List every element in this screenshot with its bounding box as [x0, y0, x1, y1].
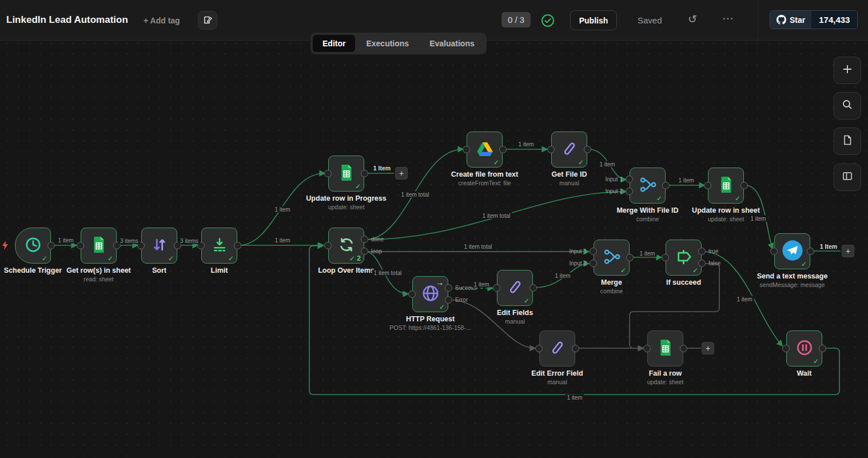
merge-icon [639, 176, 656, 196]
node-schedule-trigger[interactable]: ✓Schedule Trigger [15, 228, 51, 264]
node-merge[interactable]: ✓Input 1Input 2Mergecombine [594, 240, 630, 276]
port-out-wait[interactable] [819, 345, 826, 352]
port-in-loop-over-items[interactable] [324, 242, 332, 249]
node-box-send-text[interactable]: ✓ [774, 233, 810, 269]
workflow-title[interactable]: LinkedIn Lead Automation [6, 14, 128, 26]
add-tag-button[interactable]: + Add tag [144, 16, 180, 25]
node-http-request[interactable]: ✓→SuccessErrorHTTP RequestPOST: https://… [412, 276, 448, 312]
port-in-http-request[interactable] [408, 290, 416, 298]
node-box-edit-fields[interactable]: ✓ [497, 270, 533, 306]
port-in-create-file[interactable] [463, 146, 470, 153]
port-in-get-rows[interactable] [77, 242, 84, 249]
node-wait[interactable]: ✓Wait [786, 330, 822, 367]
port-out-loop-over-items-loop[interactable] [361, 248, 368, 255]
node-box-http-request[interactable]: ✓→SuccessError [412, 276, 448, 312]
history-button[interactable]: ↺ [688, 13, 697, 26]
port-out-fail-row[interactable] [680, 345, 687, 352]
port-out-get-file-id[interactable] [584, 146, 591, 153]
node-limit[interactable]: ✓Limit [201, 228, 237, 264]
canvas-toolbar-toggle-panel-button[interactable] [834, 164, 861, 191]
port-in-edit-fields[interactable] [493, 284, 500, 292]
pencil-icon [561, 140, 578, 160]
edge-label-e_success_editfields: 1 item [472, 281, 491, 288]
node-loop-over-items[interactable]: ✓ 2doneloopLoop Over Items [328, 228, 364, 264]
github-star-widget[interactable]: Star 174,433 [770, 10, 858, 29]
workflow-notes-button[interactable] [198, 11, 217, 30]
node-box-limit[interactable]: ✓ [201, 228, 237, 264]
node-create-file[interactable]: ✓Create file from textcreateFromText: fi… [467, 132, 503, 168]
port-in-merge-with-file-id-Input 2[interactable] [626, 188, 633, 195]
node-merge-with-file-id[interactable]: ✓Input 1Input 2Merge With File IDcombine [630, 168, 666, 204]
node-edit-error-field[interactable]: Edit Error Fieldmanual [539, 330, 575, 367]
tab-executions[interactable]: Executions [356, 35, 419, 52]
canvas-toolbar-search-button[interactable] [834, 92, 861, 120]
port-out-merge[interactable] [626, 254, 634, 261]
node-box-update-row-progress[interactable]: ✓ [328, 156, 364, 192]
node-send-text[interactable]: ✓Send a text messagesendMessage: message [774, 233, 810, 269]
node-edit-fields[interactable]: ✓Edit Fieldsmanual [497, 270, 533, 306]
port-in-update-row-progress[interactable] [324, 170, 332, 177]
port-in-if-succeed[interactable] [662, 254, 669, 261]
node-label: Loop Over Items [318, 266, 375, 274]
node-fail-row[interactable]: Fail a rowupdate: sheet [647, 330, 683, 367]
workflow-status-check-icon[interactable] [541, 14, 555, 27]
port-out-limit[interactable] [234, 242, 241, 249]
port-in-merge-Input 1[interactable] [590, 248, 597, 255]
node-subtitle: combine [600, 288, 623, 294]
checklist-progress-badge[interactable]: 0 / 3 [501, 12, 531, 27]
port-in-wait[interactable] [782, 345, 790, 352]
node-if-succeed[interactable]: ✓truefalseIf succeed [666, 240, 702, 276]
node-box-edit-error-field[interactable] [539, 330, 575, 367]
node-box-get-rows[interactable]: ✓ [81, 228, 117, 264]
port-in-get-file-id[interactable] [547, 146, 555, 153]
node-box-loop-over-items[interactable]: ✓ 2doneloop [328, 228, 364, 264]
tab-editor[interactable]: Editor [313, 35, 355, 52]
workflow-canvas[interactable]: ✓Schedule Trigger✓Get row(s) in sheetrea… [0, 0, 868, 458]
canvas-toolbar-add-node-button[interactable] [834, 57, 861, 84]
plus-after-send-text-button[interactable]: + [842, 245, 854, 257]
port-out-http-request-Success[interactable] [445, 284, 452, 292]
port-in-fail-row[interactable] [643, 345, 651, 352]
port-out-edit-fields[interactable] [529, 284, 537, 292]
port-in-send-text[interactable] [770, 248, 778, 255]
port-out-edit-error-field[interactable] [572, 345, 579, 352]
node-get-file-id[interactable]: ✓Get File IDmanual [551, 132, 587, 168]
node-label: Limit [211, 266, 228, 274]
node-label: Schedule Trigger [4, 266, 62, 274]
node-box-create-file[interactable]: ✓ [467, 132, 503, 168]
node-get-rows[interactable]: ✓Get row(s) in sheetread: sheet [81, 228, 117, 264]
port-out-send-text[interactable] [807, 248, 814, 255]
port-out-schedule-trigger[interactable] [47, 242, 55, 249]
node-subtitle: manual [559, 180, 579, 186]
port-in-merge-with-file-id-Input 1[interactable] [626, 176, 633, 183]
port-out-create-file[interactable] [499, 146, 507, 153]
node-box-get-file-id[interactable]: ✓ [551, 132, 587, 168]
port-in-update-row-sheet[interactable] [704, 182, 711, 189]
port-out-if-succeed-false[interactable] [698, 260, 706, 267]
node-box-schedule-trigger[interactable]: ✓ [15, 228, 51, 264]
plus-after-update-progress-button[interactable]: + [395, 167, 408, 180]
more-options-button[interactable]: ⋯ [722, 11, 735, 25]
port-out-update-row-sheet[interactable] [740, 182, 748, 189]
port-out-loop-over-items-done[interactable] [361, 236, 368, 243]
port-out-merge-with-file-id[interactable] [662, 182, 670, 189]
node-box-if-succeed[interactable]: ✓truefalse [666, 240, 702, 276]
node-box-sort[interactable]: ✓ [141, 228, 177, 264]
node-update-row-sheet[interactable]: ✓Update row in sheetupdate: sheet [708, 168, 744, 204]
port-in-merge-Input 2[interactable] [590, 260, 597, 267]
canvas-toolbar-sticky-note-button[interactable] [834, 128, 861, 155]
port-out-http-request-Error[interactable] [445, 296, 452, 304]
tab-evaluations[interactable]: Evaluations [420, 35, 484, 52]
publish-button[interactable]: Publish [570, 10, 617, 30]
port-in-edit-error-field[interactable] [535, 345, 543, 352]
node-box-update-row-sheet[interactable]: ✓ [708, 168, 744, 204]
node-box-fail-row[interactable] [647, 330, 683, 367]
port-out-update-row-progress[interactable] [361, 170, 368, 177]
port-out-if-succeed-true[interactable] [698, 248, 706, 255]
node-box-merge-with-file-id[interactable]: ✓Input 1Input 2 [630, 168, 666, 204]
node-box-wait[interactable]: ✓ [786, 330, 822, 367]
node-update-row-progress[interactable]: ✓Update row in Progressupdate: sheet [328, 156, 364, 192]
node-sort[interactable]: ✓Sort [141, 228, 177, 264]
node-box-merge[interactable]: ✓Input 1Input 2 [594, 240, 630, 276]
plus-after-fail-row-button[interactable]: + [702, 342, 714, 355]
